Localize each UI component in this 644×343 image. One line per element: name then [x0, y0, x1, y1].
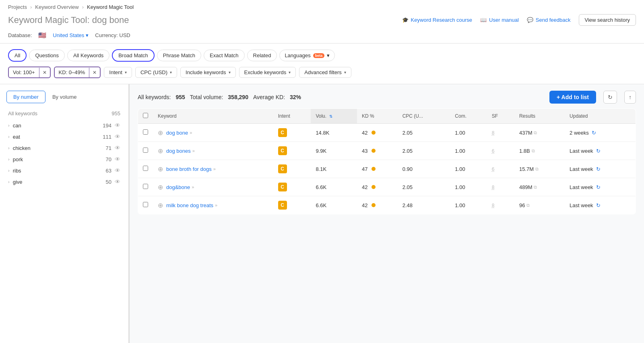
- kd-dot-icon: [372, 167, 376, 171]
- sidebar-item-ribs[interactable]: › ribs 63 👁: [0, 165, 128, 176]
- sidebar-item-chicken[interactable]: › chicken 71 👁: [0, 142, 128, 154]
- expand-arrows-icon[interactable]: »: [190, 130, 192, 135]
- export-button[interactable]: ↑: [624, 91, 636, 104]
- include-keywords-dropdown[interactable]: Include keywords ▾: [180, 67, 235, 78]
- keyword-link[interactable]: milk bone dog treats: [166, 202, 213, 208]
- intent-badge: C: [278, 128, 287, 137]
- kd-filter-chip[interactable]: KD: 0–49% ✕: [54, 67, 101, 78]
- eye-icon[interactable]: 👁: [115, 179, 120, 185]
- all-keywords-label: All keywords:: [138, 94, 171, 100]
- cpc-cell: 2.48: [398, 196, 450, 214]
- tab-phrase-match[interactable]: Phrase Match: [157, 50, 201, 61]
- eye-icon[interactable]: 👁: [115, 133, 120, 140]
- eye-icon[interactable]: 👁: [115, 156, 120, 162]
- copy-icon[interactable]: ⧉: [526, 203, 530, 208]
- row-checkbox[interactable]: [143, 166, 148, 171]
- tab-related[interactable]: Related: [247, 50, 277, 61]
- kd-cell: 43: [357, 142, 398, 160]
- copy-icon[interactable]: ⧉: [534, 185, 537, 190]
- expand-arrows-icon[interactable]: »: [192, 185, 194, 189]
- expand-arrows-icon[interactable]: »: [215, 203, 217, 208]
- keyword-link[interactable]: bone broth for dogs: [166, 166, 212, 172]
- sidebar: By number By volume All keywords 955 › c…: [0, 84, 129, 343]
- expand-arrows-icon[interactable]: »: [213, 166, 216, 171]
- add-keyword-icon[interactable]: ⊕: [158, 147, 163, 155]
- cpc-chevron-icon: ▾: [170, 70, 172, 75]
- sidebar-tab-by-number[interactable]: By number: [6, 91, 45, 103]
- eye-icon[interactable]: 👁: [115, 167, 120, 174]
- cpc-dropdown[interactable]: CPC (USD) ▾: [135, 67, 177, 78]
- copy-icon[interactable]: ⧉: [532, 148, 535, 154]
- table-row: ⊕ dog&bone » C 6.6K 42 2.05 1.00 8: [138, 178, 636, 196]
- add-keyword-icon[interactable]: ⊕: [158, 165, 163, 173]
- exclude-keywords-dropdown[interactable]: Exclude keywords ▾: [239, 67, 296, 78]
- refresh-button[interactable]: ↻: [603, 91, 617, 104]
- cpc-column-header: CPC (U...: [398, 109, 450, 124]
- refresh-row-icon[interactable]: ↻: [596, 166, 601, 172]
- sf-cell: 8: [487, 124, 514, 142]
- cpc-cell: 2.05: [398, 142, 450, 160]
- tab-exact-match[interactable]: Exact Match: [204, 50, 245, 61]
- results-cell: 437M ⧉: [514, 124, 565, 142]
- languages-dropdown[interactable]: Languages beta ▾: [279, 50, 335, 61]
- database-dropdown[interactable]: United States ▾: [53, 32, 89, 38]
- row-checkbox[interactable]: [143, 202, 148, 207]
- table-row: ⊕ milk bone dog treats » C 6.6K 42 2.48 …: [138, 196, 636, 214]
- row-checkbox[interactable]: [143, 184, 148, 189]
- tab-all[interactable]: All: [8, 49, 27, 62]
- com-cell: 1.00: [450, 160, 487, 178]
- row-checkbox[interactable]: [143, 129, 148, 135]
- refresh-row-icon[interactable]: ↻: [592, 130, 596, 136]
- tab-broad-match[interactable]: Broad Match: [112, 49, 155, 62]
- refresh-row-icon[interactable]: ↻: [596, 184, 601, 190]
- breadcrumb-keyword-overview[interactable]: Keyword Overview: [35, 4, 78, 10]
- page-title: Keyword Magic Tool: dog bone: [8, 15, 129, 25]
- intent-dropdown[interactable]: Intent ▾: [104, 67, 132, 78]
- sidebar-item-can[interactable]: › can 194 👁: [0, 120, 128, 131]
- kd-cell: 42: [357, 178, 398, 196]
- sidebar-item-eat[interactable]: › eat 111 👁: [0, 131, 128, 142]
- sidebar-item-pork[interactable]: › pork 70 👁: [0, 154, 128, 165]
- breadcrumb-projects[interactable]: Projects: [8, 4, 27, 10]
- keyword-link[interactable]: dog&bone: [166, 184, 190, 190]
- view-history-button[interactable]: View search history: [579, 14, 636, 26]
- advanced-filters-dropdown[interactable]: Advanced filters ▾: [299, 67, 351, 78]
- row-checkbox[interactable]: [143, 148, 148, 153]
- user-manual-link[interactable]: 📖 User manual: [480, 17, 519, 23]
- add-keyword-icon[interactable]: ⊕: [158, 202, 163, 209]
- refresh-row-icon[interactable]: ↻: [596, 202, 601, 208]
- results-cell: 1.8B ⧉: [514, 142, 565, 160]
- keyword-course-link[interactable]: 🎓 Keyword Research course: [402, 17, 472, 23]
- intent-column-header: Intent: [273, 109, 311, 124]
- tab-questions[interactable]: Questions: [29, 50, 65, 61]
- keyword-link[interactable]: dog bone: [166, 130, 188, 136]
- tab-all-keywords[interactable]: All Keywords: [67, 50, 109, 61]
- volume-column-header[interactable]: Volu. ⇅: [311, 109, 357, 124]
- sort-icon: ⇅: [329, 114, 332, 118]
- sidebar-tab-by-volume[interactable]: By volume: [45, 91, 84, 103]
- breadcrumb-current: Keyword Magic Tool: [87, 4, 134, 10]
- sidebar-arrow-icon: ›: [8, 146, 10, 150]
- expand-arrows-icon[interactable]: »: [192, 148, 195, 153]
- keyword-link[interactable]: dog bones: [166, 148, 191, 154]
- copy-icon[interactable]: ⧉: [534, 130, 537, 135]
- refresh-row-icon[interactable]: ↻: [596, 148, 601, 154]
- eye-icon[interactable]: 👁: [115, 122, 120, 129]
- add-to-list-button[interactable]: + Add to list: [549, 91, 596, 104]
- add-keyword-icon[interactable]: ⊕: [158, 183, 163, 191]
- sf-cell: 6: [487, 142, 514, 160]
- add-keyword-icon[interactable]: ⊕: [158, 129, 163, 137]
- kd-cell: 42: [357, 196, 398, 214]
- select-all-checkbox[interactable]: [143, 113, 148, 118]
- vol-filter-remove[interactable]: ✕: [39, 68, 50, 77]
- kd-filter-remove[interactable]: ✕: [89, 68, 100, 77]
- manual-icon: 📖: [480, 17, 487, 23]
- vol-filter-chip[interactable]: Vol: 100+ ✕: [8, 67, 51, 78]
- cpc-cell: 0.90: [398, 160, 450, 178]
- send-feedback-link[interactable]: 💬 Send feedback: [527, 17, 571, 23]
- currency-label: Currency: USD: [95, 32, 130, 38]
- sidebar-item-give[interactable]: › give 50 👁: [0, 176, 128, 187]
- eye-icon[interactable]: 👁: [115, 145, 120, 151]
- copy-icon[interactable]: ⧉: [535, 166, 539, 172]
- avg-kd-value: 32%: [290, 94, 301, 100]
